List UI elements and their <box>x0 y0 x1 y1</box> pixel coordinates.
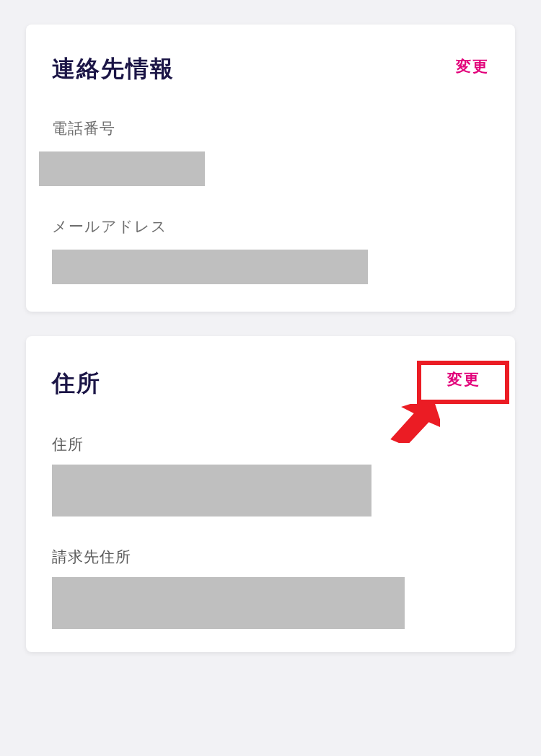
contact-card-header: 連絡先情報 変更 <box>52 53 499 85</box>
phone-value-redacted <box>39 151 205 186</box>
address-label: 住所 <box>52 434 499 454</box>
address-card: 住所 変更 住所 請求先住所 <box>26 336 515 652</box>
email-value-redacted <box>52 250 368 284</box>
billing-label: 請求先住所 <box>52 547 499 567</box>
email-label: メールアドレス <box>52 216 499 237</box>
billing-value-redacted <box>52 577 405 629</box>
contact-info-card: 連絡先情報 変更 電話番号 メールアドレス <box>26 25 515 312</box>
contact-title: 連絡先情報 <box>52 53 175 85</box>
address-field: 住所 <box>52 434 499 517</box>
phone-field: 電話番号 <box>52 118 499 186</box>
phone-label: 電話番号 <box>52 118 499 139</box>
address-value-redacted <box>52 465 371 517</box>
billing-address-field: 請求先住所 <box>52 547 499 629</box>
address-card-header: 住所 変更 <box>52 368 499 400</box>
address-change-button[interactable]: 変更 <box>447 368 499 390</box>
email-field: メールアドレス <box>52 216 499 284</box>
address-title: 住所 <box>52 368 101 400</box>
contact-change-button[interactable]: 変更 <box>456 53 499 76</box>
